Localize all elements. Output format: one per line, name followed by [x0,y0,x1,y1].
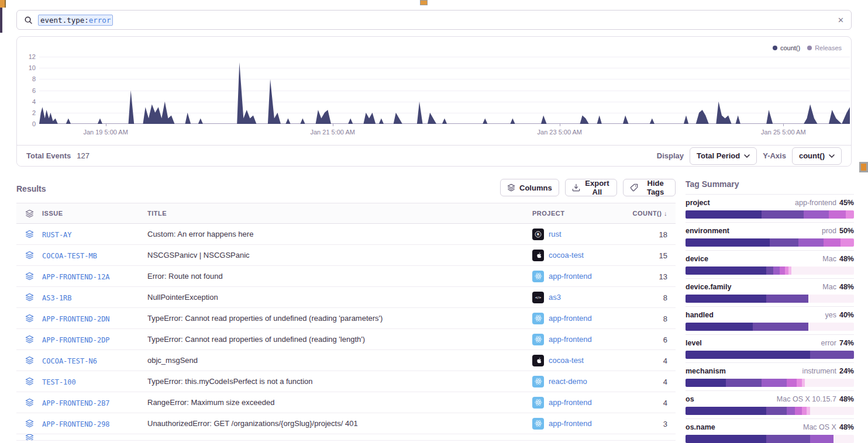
tag-bar-segment [802,407,807,415]
tag-top-value: instrument [802,367,836,375]
column-header-title[interactable]: TITLE [147,210,532,217]
event-count: 4 [663,399,667,407]
tag-bar-segment [766,267,773,275]
table-row: RUST-AY Custom: An error happens here R … [16,224,676,245]
project-link[interactable]: app-frontend [549,398,592,407]
tag-summary-item: device Mac 48% [686,250,854,278]
tag-name: level [686,339,702,347]
project-link[interactable]: app-frontend [549,272,592,281]
project-link[interactable]: app-frontend [549,314,592,323]
tag-distribution-bar[interactable] [686,351,854,359]
project-link[interactable]: app-frontend [549,335,592,344]
project-link[interactable]: react-demo [549,377,587,386]
column-header-issue[interactable]: ISSUE [42,210,147,217]
columns-button[interactable]: Columns [500,179,559,196]
tag-bar-segment [795,407,802,415]
legend-count[interactable]: count() [773,44,800,51]
tag-bar-segment [829,210,846,219]
issue-link[interactable]: APP-FRONTEND-2DN [42,315,110,323]
tag-distribution-bar[interactable] [686,238,854,247]
platform-react-icon [532,313,544,324]
event-count: 13 [659,272,667,281]
tag-top-value: Mac OS X 10.15.7 [777,395,836,403]
total-events-value: 127 [77,151,89,160]
legend-releases[interactable]: Releases [807,44,842,51]
count-area-series [39,57,850,124]
tag-bar-segment [798,238,824,247]
sort-descending-icon: ↓ [664,210,667,217]
platform-react-icon [532,376,544,387]
clear-search-icon[interactable]: ✕ [838,16,844,25]
column-header-count[interactable]: COUNT() ↓ [629,210,676,217]
discover-page: event.type:error ✕ count() Releases 0246… [0,0,868,443]
tag-summary-list: project app-frontend 45% environment pro… [686,194,854,443]
issue-link[interactable]: AS3-1RB [42,294,72,302]
issue-link[interactable]: APP-FRONTEND-2B7 [42,399,110,407]
issue-stack-icon [25,419,34,428]
tag-bar-segment [686,295,766,303]
tag-top-percent: 48% [839,255,854,263]
legend-releases-dot [807,46,812,50]
tag-top-percent: 48% [839,423,854,431]
issue-link[interactable]: COCOA-TEST-MB [42,252,97,260]
table-row: COCOA-TEST-MB NSCGSPanicv | NSCGSPanic c… [16,245,676,266]
project-link[interactable]: app-frontend [549,419,592,428]
tag-distribution-bar[interactable] [686,210,854,219]
issue-link[interactable]: APP-FRONTEND-2DP [42,336,110,344]
platform-rust-icon: R [532,229,544,240]
issue-link[interactable]: TEST-100 [42,378,76,386]
issue-stack-icon [25,293,34,302]
hide-tags-button[interactable]: Hide Tags [623,179,676,196]
download-icon [572,184,580,192]
tag-distribution-bar[interactable] [686,267,854,275]
chart-y-axis-labels: 024681012 [19,57,36,124]
tag-bar-segment [762,210,804,219]
tag-summary-item: handled yes 40% [686,306,854,334]
display-dropdown[interactable]: Total Period [690,147,757,165]
project-link[interactable]: cocoa-test [549,356,584,365]
tag-summary: Tag Summary project app-frontend 45% env… [686,179,854,443]
project-link[interactable]: cocoa-test [549,251,584,259]
tag-icon [630,184,638,192]
tag-bar-segment [791,267,854,275]
tag-bar-segment [841,238,854,247]
tag-summary-item: device.family Mac 48% [686,278,854,306]
tag-distribution-bar[interactable] [686,323,854,331]
chart-plot[interactable] [39,57,850,124]
svg-text:</>: </> [535,296,542,299]
issue-stack-icon [25,209,34,218]
tag-distribution-bar[interactable] [686,295,854,303]
project-link[interactable]: as3 [549,293,561,302]
tag-bar-segment [808,295,854,303]
search-bar[interactable]: event.type:error ✕ [16,10,852,30]
search-query-token[interactable]: event.type:error [38,15,113,26]
tag-name: environment [686,227,729,235]
tag-summary-item: level error 74% [686,334,854,362]
tag-bar-segment [810,351,854,359]
issue-link[interactable]: COCOA-TEST-N6 [42,357,97,365]
issue-title: NSCGSPanicv | NSCGSPanic [147,251,532,259]
tag-distribution-bar[interactable] [686,407,854,415]
tag-distribution-bar[interactable] [686,435,854,443]
event-count: 3 [663,420,667,428]
chart-legend: count() Releases [773,44,842,51]
issue-link[interactable]: RUST-AY [42,231,72,239]
results-toolbar: Columns Export All Hide Tags [500,179,676,196]
tag-summary-item: project app-frontend 45% [686,194,854,222]
export-all-button[interactable]: Export All [565,179,618,196]
issue-title: TypeError: this.myCodeIsPerfect is not a… [147,377,532,386]
issue-link[interactable]: APP-FRONTEND-12A [42,273,110,281]
tag-top-value: Mac [822,283,836,291]
platform-react-icon [532,334,544,345]
y-axis-dropdown[interactable]: count() [792,147,842,165]
column-header-project[interactable]: PROJECT [532,210,629,217]
tag-bar-segment [762,379,787,387]
tag-bar-segment [686,267,766,275]
issue-stack-icon [25,335,34,344]
project-link[interactable]: rust [549,230,562,238]
event-count: 8 [663,293,667,302]
tag-distribution-bar[interactable] [686,379,854,387]
issue-link[interactable]: APP-FRONTEND-298 [42,420,110,428]
tag-bar-segment [686,323,753,331]
table-row: APP-FRONTEND-12A Error: Route not found … [16,266,676,287]
